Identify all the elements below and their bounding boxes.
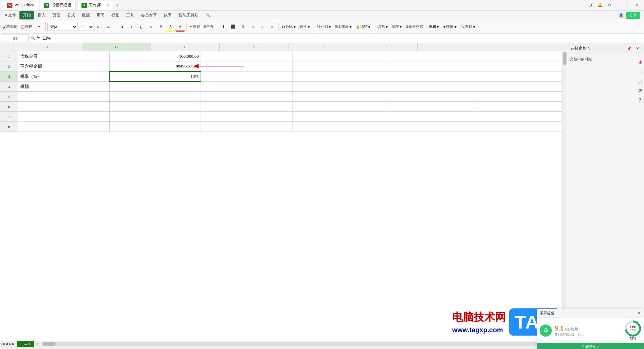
row-num-8[interactable]: 8 — [0, 122, 18, 132]
user-avatar[interactable]: 👤 — [618, 12, 625, 19]
fx-label[interactable]: fx — [37, 36, 40, 41]
menu-insert[interactable]: 插入 — [34, 11, 49, 19]
menu-home[interactable]: 开始 — [19, 11, 34, 19]
row-num-1[interactable]: 1 — [0, 51, 18, 61]
menu-formula[interactable]: 公式 — [64, 11, 78, 19]
col-header-c[interactable]: C — [151, 43, 220, 51]
cell-c5[interactable] — [201, 92, 292, 102]
find-button[interactable]: 🔍 查找 ▼ — [459, 22, 477, 32]
sort-button[interactable]: 排序 ▼ — [390, 22, 404, 32]
cell-d7[interactable] — [292, 112, 384, 122]
cell-b6[interactable] — [109, 102, 201, 112]
cell-e4[interactable] — [384, 82, 475, 92]
cell-e6[interactable] — [384, 102, 475, 112]
close-panel-icon[interactable]: ✕ — [634, 45, 641, 52]
col-header-f[interactable]: F — [357, 43, 418, 51]
row-num-5[interactable]: 5 — [0, 92, 18, 102]
font-size-increase-button[interactable]: A+ — [94, 22, 104, 32]
vertical-scrollbar[interactable] — [562, 51, 567, 336]
row-num-7[interactable]: 7 — [0, 112, 18, 122]
menu-efficiency[interactable]: 效率 — [160, 11, 175, 19]
bell-button[interactable]: 🔔 — [596, 1, 604, 9]
nav-prev-icon[interactable]: ◀ — [5, 342, 8, 346]
cell-reference[interactable]: B3 — [2, 35, 29, 42]
italic-button[interactable]: I — [127, 22, 136, 32]
menu-review[interactable]: 审阅 — [93, 11, 108, 19]
cell-c4[interactable] — [201, 82, 292, 92]
cell-d2[interactable] — [292, 61, 384, 71]
menu-page[interactable]: 页面 — [49, 11, 64, 19]
cell-f2[interactable] — [475, 61, 567, 71]
tab-workbook[interactable]: S 工作簿1 ✕ — [77, 1, 113, 10]
new-tab-button[interactable]: + — [113, 1, 121, 9]
cell-f3[interactable] — [475, 71, 567, 82]
systray-close-button[interactable]: ✕ — [637, 310, 641, 316]
underline-button[interactable]: U — [137, 22, 146, 32]
cell-f4[interactable] — [475, 82, 567, 92]
cell-f5[interactable] — [475, 92, 567, 102]
menu-member[interactable]: 会员专享 — [138, 11, 160, 19]
font-size-decrease-button[interactable]: A- — [104, 22, 113, 32]
cell-d8[interactable] — [292, 122, 384, 132]
cell-e3[interactable] — [384, 71, 475, 82]
menu-view[interactable]: 视图 — [108, 11, 123, 19]
col-header-a[interactable]: A — [13, 43, 82, 51]
cell-b4[interactable] — [109, 82, 201, 92]
cell-f1[interactable] — [475, 51, 567, 61]
pin-sidebar-icon[interactable]: 📌 — [637, 59, 643, 66]
cell-d1[interactable] — [292, 51, 384, 61]
tab-wps[interactable]: W WPS Office — [3, 1, 38, 10]
cell-d3[interactable] — [292, 71, 384, 82]
freeze-button[interactable]: 🔒 冻结 ▼ — [354, 22, 373, 32]
bold-button[interactable]: B — [117, 22, 126, 32]
border-button[interactable]: ⊞ — [156, 22, 165, 32]
menu-ai-tools[interactable]: 智能工具箱 — [175, 11, 202, 19]
nav-first-icon[interactable]: |◀ — [1, 342, 5, 346]
row-num-3[interactable]: 3 — [0, 71, 18, 82]
cell-c2[interactable] — [201, 61, 292, 71]
cell-b1[interactable]: 100,000.00 — [109, 51, 201, 61]
filter-button[interactable]: ▼ 筛选 ▼ — [441, 22, 459, 32]
sheet1-tab[interactable]: Sheet1 — [17, 341, 34, 347]
cell-b7[interactable] — [109, 112, 201, 122]
row-col-button[interactable]: 行和列 ▼ — [316, 22, 333, 32]
cell-a7[interactable] — [18, 112, 110, 122]
merge-cells-button[interactable]: ⊞ 合并 — [202, 22, 215, 32]
cell-a2[interactable]: 不含税金额 — [18, 61, 110, 71]
align-bottom-button[interactable]: ⬇ — [238, 22, 248, 32]
cell-d4[interactable] — [292, 82, 384, 92]
align-top-button[interactable]: ⬆ — [219, 22, 228, 32]
row-num-2[interactable]: 2 — [0, 61, 18, 71]
v-scrollbar-thumb[interactable] — [563, 52, 567, 65]
pin-icon[interactable]: 📌 — [626, 45, 633, 52]
cell-d6[interactable] — [292, 102, 384, 112]
settings-button[interactable]: ⚙ — [605, 1, 613, 9]
formula-input[interactable] — [41, 35, 642, 42]
image-icon[interactable]: 🖼 — [637, 87, 643, 94]
more-options-icon[interactable]: ⋯ — [637, 106, 643, 113]
close-button[interactable]: ✕ — [633, 1, 641, 9]
cell-a1[interactable]: 含税金额 — [18, 51, 110, 61]
wrap-text-button[interactable]: ↵ 换行 — [189, 22, 202, 32]
h-scrollbar-thumb[interactable] — [42, 342, 56, 346]
cell-c3[interactable] — [201, 71, 292, 82]
cell-e7[interactable] — [384, 112, 475, 122]
expand-icon[interactable]: ⊞ — [637, 68, 643, 75]
align-right-button[interactable]: ≡ — [267, 22, 277, 32]
cell-c1[interactable] — [201, 51, 292, 61]
row-num-6[interactable]: 6 — [0, 102, 18, 112]
format-brush-button[interactable]: 🖌 格式刷 — [1, 22, 19, 32]
cell-c6[interactable] — [201, 102, 292, 112]
menu-data[interactable]: 数据 — [78, 11, 93, 19]
menu-tools[interactable]: 工具 — [123, 11, 138, 19]
conditional-format-button[interactable]: ⊠ 条件格式 — [404, 22, 425, 32]
cell-e2[interactable] — [384, 61, 475, 71]
convert-button[interactable]: 转换 ▼ — [298, 22, 312, 32]
cell-d5[interactable] — [292, 92, 384, 102]
share-button[interactable]: 分享 — [626, 12, 640, 19]
font-color-button[interactable]: A — [175, 22, 185, 32]
cell-b8[interactable] — [109, 122, 201, 132]
align-left-button[interactable]: ≡ — [248, 22, 257, 32]
font-name-select[interactable]: 宋体 — [47, 23, 77, 31]
tab-close-icon[interactable]: ✕ — [106, 3, 109, 7]
